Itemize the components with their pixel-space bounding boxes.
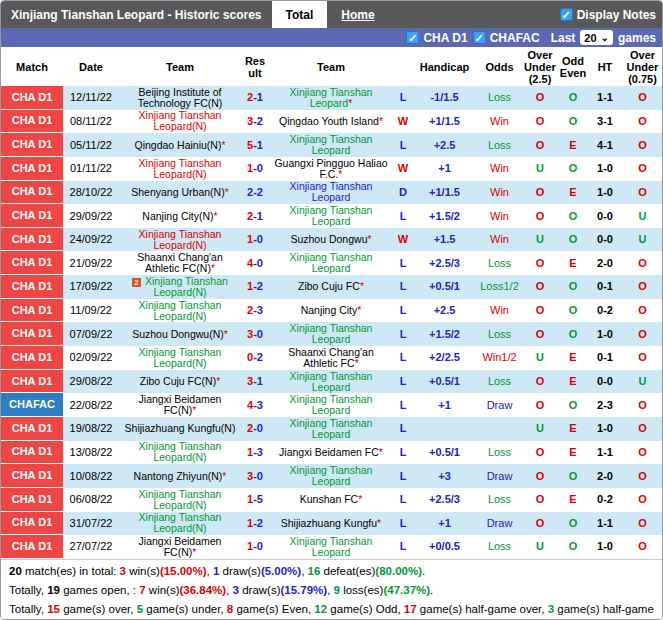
- column-header: HT: [589, 61, 621, 73]
- column-header: Team: [119, 61, 241, 73]
- home-team[interactable]: 2 Xinjiang Tianshan Leopard(N): [119, 276, 241, 298]
- home-team[interactable]: Xinjiang Tianshan Leopard(N): [119, 347, 241, 369]
- away-team[interactable]: Xinjiang Tianshan Leopard: [269, 252, 393, 274]
- away-team[interactable]: Xinjiang Tianshan Leopard: [269, 536, 393, 558]
- home-team[interactable]: Nantong Zhiyun(N)*: [119, 471, 241, 482]
- away-team[interactable]: Nanjing City*: [269, 305, 393, 316]
- ht-score: 2-0: [589, 471, 621, 482]
- away-team[interactable]: Xinjiang Tianshan Leopard: [269, 205, 393, 227]
- summary-segment: draw(s): [239, 584, 281, 596]
- home-team[interactable]: Xinjiang Tianshan Leopard(N): [119, 512, 241, 534]
- odd-even: O: [557, 471, 589, 482]
- over-under-2-5: O: [523, 305, 557, 316]
- over-under-2-5: U: [523, 352, 557, 363]
- away-team[interactable]: Xinjiang Tianshan Leopard: [269, 465, 393, 487]
- league-badge: CHA D1: [1, 322, 63, 346]
- display-notes-checkbox[interactable]: ✓: [560, 8, 573, 21]
- tab-total[interactable]: Total: [272, 1, 328, 28]
- home-team[interactable]: Nanjing City(N)*: [119, 211, 241, 222]
- away-team[interactable]: Xinjiang Tianshan Leopard: [269, 181, 393, 203]
- team-name: Guangxi Pingguo Haliao F.C.: [274, 157, 387, 180]
- away-team[interactable]: Suzhou Dongwu*: [269, 234, 393, 245]
- home-team[interactable]: Xinjiang Tianshan Leopard(N): [119, 489, 241, 511]
- home-team[interactable]: Shenyang Urban(N)*: [119, 187, 241, 198]
- league-badge: CHA D1: [1, 464, 63, 488]
- away-team[interactable]: Kunshan FC*: [269, 494, 393, 505]
- summary-segment: Totally,: [9, 603, 47, 615]
- ht-score: 4-1: [589, 140, 621, 151]
- summary-segment: game(s) over,: [60, 603, 137, 615]
- home-team[interactable]: Xinjiang Tianshan Leopard(N): [119, 441, 241, 463]
- away-team[interactable]: Zibo Cuju FC*: [269, 281, 393, 292]
- result-score: 2-3: [241, 305, 269, 316]
- home-team[interactable]: Xinjiang Tianshan Leopard(N): [119, 158, 241, 180]
- team-name: Shijiazhuang Kungfu(N): [125, 422, 236, 434]
- match-date: 11/09/22: [63, 305, 119, 316]
- away-team[interactable]: Xinjiang Tianshan Leopard: [269, 134, 393, 156]
- home-team[interactable]: Zibo Cuju FC(N)*: [119, 376, 241, 387]
- column-header: Over Under (0.75): [621, 49, 663, 85]
- wdl-result: L: [393, 518, 413, 529]
- cha-d1-checkbox[interactable]: ✓: [406, 31, 419, 44]
- team-name: Jiangxi Beidamen FC: [279, 446, 379, 458]
- odds-result: Win: [476, 163, 523, 174]
- ht-score: 0-1: [589, 281, 621, 292]
- away-team[interactable]: Shijiazhuang Kungfu*: [269, 518, 393, 529]
- chafac-checkbox[interactable]: ✓: [473, 31, 486, 44]
- away-goals: 3: [257, 399, 263, 411]
- result-score: 3-0: [241, 329, 269, 340]
- over-under-0-75: O: [621, 471, 663, 482]
- handicap-star-icon: *: [224, 328, 228, 340]
- table-row: CHA D111/09/22Xinjiang Tianshan Leopard(…: [1, 299, 662, 323]
- match-date: 29/09/22: [63, 211, 119, 222]
- league-badge: CHA D1: [1, 370, 63, 394]
- handicap-value: -1/1.5: [413, 92, 476, 103]
- home-team[interactable]: Xinjiang Tianshan Leopard(N): [119, 229, 241, 251]
- tab-home[interactable]: Home: [327, 1, 388, 28]
- home-team[interactable]: Suzhou Dongwu(N)*: [119, 329, 241, 340]
- handicap-star-icon: *: [338, 168, 342, 180]
- league-badge: CHA D1: [1, 251, 63, 275]
- home-team[interactable]: Jiangxi Beidamen FC(N)*: [119, 536, 241, 558]
- away-team[interactable]: Xinjiang Tianshan Leopard: [269, 371, 393, 393]
- over-under-2-5: O: [523, 92, 557, 103]
- away-goals: 0: [257, 257, 263, 269]
- handicap-value: +1/1.5: [413, 116, 476, 127]
- away-team[interactable]: Guangxi Pingguo Haliao F.C.*: [269, 158, 393, 180]
- result-score: 1-0: [241, 541, 269, 552]
- home-team[interactable]: Jiangxi Beidamen FC(N)*: [119, 394, 241, 416]
- odds-result: Win: [476, 305, 523, 316]
- team-name: Xinjiang Tianshan Leopard(N): [139, 511, 222, 534]
- away-team[interactable]: Xinjiang Tianshan Leopard: [269, 394, 393, 416]
- away-team[interactable]: Jiangxi Beidamen FC*: [269, 447, 393, 458]
- over-under-0-75: O: [621, 187, 663, 198]
- home-team[interactable]: Xinjiang Tianshan Leopard(N): [119, 300, 241, 322]
- team-name: Xinjiang Tianshan Leopard: [290, 322, 373, 345]
- table-row: CHA D129/09/22Nanjing City(N)*2-1Xinjian…: [1, 204, 662, 228]
- home-team[interactable]: Shijiazhuang Kungfu(N): [119, 423, 241, 434]
- away-team[interactable]: Xinjiang Tianshan Leopard: [269, 418, 393, 440]
- table-row: CHA D128/10/22Shenyang Urban(N)*2-2Xinji…: [1, 181, 662, 205]
- column-header: Date: [63, 61, 119, 73]
- team-name: Shaanxi Chang'an Athletic FC: [288, 346, 374, 369]
- home-team[interactable]: Shaanxi Chang'an Athletic FC(N)*: [119, 252, 241, 274]
- column-header: Over Under (2.5): [523, 49, 557, 85]
- summary-segment: game(s) Even,: [233, 603, 314, 615]
- home-team[interactable]: Qingdao Hainiu(N)*: [119, 140, 241, 151]
- summary-segment: games open, :: [60, 584, 139, 596]
- over-under-0-75: O: [621, 305, 663, 316]
- handicap-value: +1.5/2: [413, 211, 476, 222]
- home-team[interactable]: Beijing Institute of Technology FC(N): [119, 87, 241, 109]
- wdl-result: L: [393, 305, 413, 316]
- away-team[interactable]: Xinjiang Tianshan Leopard*: [269, 87, 393, 109]
- odds-result: Win: [476, 211, 523, 222]
- over-under-0-75: O: [621, 518, 663, 529]
- away-team[interactable]: Qingdao Youth Island*: [269, 116, 393, 127]
- away-team[interactable]: Shaanxi Chang'an Athletic FC*: [269, 347, 393, 369]
- summary-line: Totally, 19 games open, : 7 win(s)(36.84…: [9, 581, 654, 600]
- handicap-star-icon: *: [211, 262, 215, 274]
- games-count-select[interactable]: 20 ⌄: [580, 30, 613, 45]
- home-team[interactable]: Xinjiang Tianshan Leopard(N): [119, 110, 241, 132]
- away-team[interactable]: Xinjiang Tianshan Leopard: [269, 323, 393, 345]
- team-name: Xinjiang Tianshan Leopard(N): [139, 488, 222, 511]
